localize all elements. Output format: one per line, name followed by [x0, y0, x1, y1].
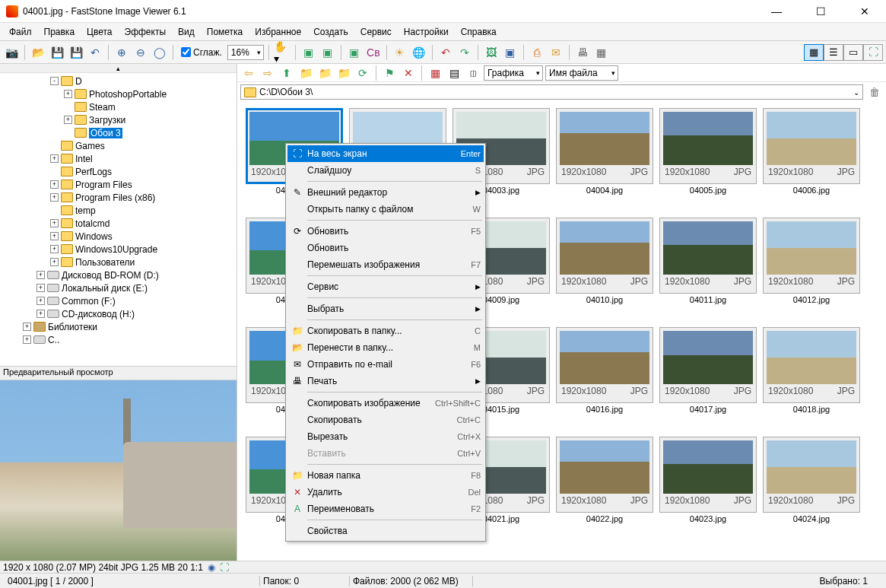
tree-item[interactable]: Games [0, 139, 237, 152]
tree-item[interactable]: +CD-дисковод (H:) [0, 307, 237, 320]
info-icon-1[interactable]: ◉ [208, 562, 215, 573]
sort-combo[interactable]: Имя файла [545, 65, 618, 81]
menu-Правка[interactable]: Правка [38, 24, 81, 40]
trash-icon[interactable]: 🗑 [866, 84, 883, 100]
acquire-icon[interactable]: 📷 [3, 44, 20, 61]
ctx-Скопировать в папку...[interactable]: 📁Скопировать в папку...C [287, 323, 484, 339]
view-fullscreen[interactable]: ⛶ [863, 44, 883, 61]
ctx-Скопировать[interactable]: СкопироватьCtrl+C [287, 412, 484, 428]
thumbnail[interactable]: 1920x1080JPG04010.jpg [554, 218, 656, 327]
rotate-left-icon[interactable]: ↶ [437, 44, 454, 61]
tree-item[interactable]: +Program Files [0, 178, 237, 191]
ctx-Слайдшоу[interactable]: СлайдшоуS [287, 162, 484, 179]
thumbnail[interactable]: 1920x1080JPG04006.jpg [761, 108, 862, 218]
contact-sheet-icon[interactable]: ▦ [593, 44, 610, 61]
tree-item[interactable]: +Program Files (x86) [0, 191, 237, 204]
zoom-fit-icon[interactable]: ◯ [151, 44, 168, 61]
tree-item[interactable]: Обои 3 [0, 126, 237, 139]
nav-refresh-icon[interactable]: ⟳ [354, 65, 371, 81]
tree-item[interactable]: +Windows10Upgrade [0, 243, 237, 256]
menu-Вид[interactable]: Вид [172, 24, 201, 40]
save-icon[interactable]: 💾 [49, 44, 65, 61]
folder-tree[interactable]: -D+PhotoshopPortableSteam+ЗагрузкиОбои 3… [0, 73, 237, 367]
tool-icon-2[interactable]: ▣ [319, 44, 336, 61]
tree-item[interactable]: temp [0, 204, 237, 217]
ctx-Перемешать изображения[interactable]: Перемешать изображенияF7 [287, 256, 484, 273]
smooth-checkbox[interactable]: Сглаж. [178, 47, 225, 58]
rotate-right-icon[interactable]: ↷ [456, 44, 473, 61]
nav-up-icon[interactable]: ⬆ [278, 65, 295, 81]
nav-grid-icon[interactable]: ▦ [427, 65, 443, 81]
thumbnail[interactable]: 1920x1080JPG04018.jpg [761, 327, 862, 437]
maximize-button[interactable]: ☐ [805, 5, 836, 17]
tree-item[interactable]: +Дисковод BD-ROM (D:) [0, 269, 237, 281]
earth-icon[interactable]: 🌐 [411, 44, 427, 61]
info-icon-2[interactable]: ⛶ [220, 562, 229, 573]
undo-icon[interactable]: ↶ [87, 44, 103, 61]
minimize-button[interactable]: — [761, 5, 792, 17]
scanner-icon[interactable]: ⎙ [529, 44, 545, 61]
nav-delete-icon[interactable]: ✕ [400, 65, 417, 81]
tree-item[interactable]: +Локальный диск (E:) [0, 281, 237, 294]
ctx-Удалить[interactable]: ✕УдалитьDel [287, 484, 484, 501]
thumbnail[interactable]: 1920x1080JPG04023.jpg [657, 437, 759, 546]
tree-item[interactable]: +Windows [0, 230, 237, 243]
nav-fav3-icon[interactable]: 📁 [335, 65, 352, 81]
menu-Сервис[interactable]: Сервис [354, 24, 398, 40]
save-as-icon[interactable]: 💾 [68, 44, 84, 61]
ctx-Обновить[interactable]: Обновить [287, 240, 484, 256]
menu-Пометка[interactable]: Пометка [201, 24, 249, 40]
open-icon[interactable]: 📂 [30, 44, 46, 61]
nav-forward-icon[interactable]: ⇨ [259, 65, 276, 81]
hand-icon[interactable]: ✋▾ [274, 44, 291, 61]
tree-item[interactable]: PerfLogs [0, 165, 237, 178]
filter-combo[interactable]: Графика [484, 65, 543, 81]
nav-tag-icon[interactable]: ⚑ [381, 65, 398, 81]
tree-item[interactable]: +Библиотеки [0, 320, 237, 333]
slideshow-icon[interactable]: ▣ [502, 44, 519, 61]
ctx-Перенести в папку...[interactable]: 📂Перенести в папку...M [287, 339, 484, 356]
menu-Цвета[interactable]: Цвета [81, 24, 118, 40]
ctx-Открыть папку с файлом[interactable]: Открыть папку с файломW [287, 201, 484, 218]
tool-icon-1[interactable]: ▣ [300, 44, 317, 61]
view-details[interactable]: ☰ [824, 44, 843, 61]
color-icon[interactable]: Св [365, 44, 382, 61]
brightness-icon[interactable]: ☀ [392, 44, 408, 61]
tree-item[interactable]: Steam [0, 100, 237, 113]
ctx-Обновить[interactable]: ⟳ОбновитьF5 [287, 223, 484, 240]
path-input[interactable]: C:\D\Обои 3\ ⌄ [240, 84, 863, 100]
ctx-На весь экран[interactable]: ⛶На весь экранEnter [287, 145, 484, 162]
preview-pane[interactable] [0, 380, 237, 561]
ctx-Вырезать[interactable]: ВырезатьCtrl+X [287, 428, 484, 445]
view-thumbnails[interactable]: ▦ [804, 44, 824, 61]
thumbnail[interactable]: 1920x1080JPG04004.jpg [554, 108, 656, 218]
menu-Настройки[interactable]: Настройки [398, 24, 455, 40]
thumbnail[interactable]: 1920x1080JPG04012.jpg [761, 218, 862, 327]
view-preview[interactable]: ▭ [843, 44, 863, 61]
nav-back-icon[interactable]: ⇦ [240, 65, 257, 81]
ctx-Скопировать изображение[interactable]: Скопировать изображениеCtrl+Shift+C [287, 395, 484, 412]
tree-item[interactable]: +Загрузки [0, 113, 237, 126]
zoom-combo[interactable]: 16% [227, 45, 264, 60]
menu-Избранное[interactable]: Избранное [249, 24, 307, 40]
zoom-in-icon[interactable]: ⊕ [113, 44, 130, 61]
tree-item[interactable]: +Пользователи [0, 256, 237, 269]
nav-fav1-icon[interactable]: 📁 [297, 65, 314, 81]
menu-Справка[interactable]: Справка [455, 24, 503, 40]
ctx-Новая папка[interactable]: 📁Новая папкаF8 [287, 467, 484, 484]
menu-Файл[interactable]: Файл [3, 24, 38, 40]
close-button[interactable]: ✕ [849, 5, 880, 17]
ctx-Печать[interactable]: 🖶Печать▶ [287, 373, 484, 389]
smooth-check[interactable] [181, 47, 191, 57]
thumbnail[interactable]: 1920x1080JPG04016.jpg [554, 327, 656, 437]
ctx-Выбрать[interactable]: Выбрать▶ [287, 300, 484, 317]
tree-item[interactable]: +totalcmd [0, 217, 237, 230]
ctx-Свойства[interactable]: Свойства [287, 523, 484, 539]
tree-scroll-up[interactable]: ▴ [0, 64, 237, 73]
nav-sort-icon[interactable]: ⎅ [465, 65, 481, 81]
tree-item[interactable]: +PhotoshopPortable [0, 87, 237, 100]
tool-icon-3[interactable]: ▣ [346, 44, 363, 61]
thumbnail[interactable]: 1920x1080JPG04022.jpg [554, 437, 656, 546]
ctx-Отправить по e-mail[interactable]: ✉Отправить по e-mailF6 [287, 356, 484, 373]
zoom-out-icon[interactable]: ⊖ [132, 44, 149, 61]
